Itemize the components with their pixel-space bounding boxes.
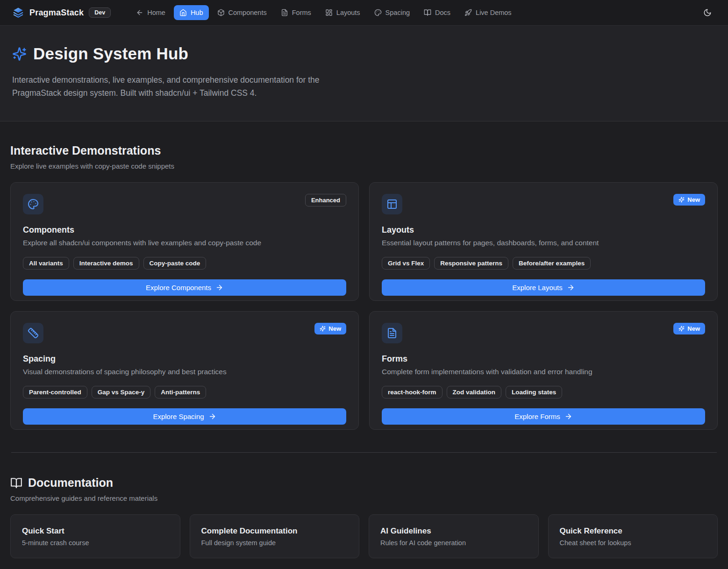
card-tags: Grid vs Flex Responsive patterns Before/… bbox=[382, 257, 705, 270]
layers-icon bbox=[12, 7, 24, 19]
demos-section: Interactive Demonstrations Explore live … bbox=[10, 121, 718, 430]
tag: Parent-controlled bbox=[23, 386, 87, 398]
arrow-right-icon bbox=[215, 284, 223, 292]
card-description: Essential layout patterns for pages, das… bbox=[382, 239, 705, 247]
doc-card-title: Quick Reference bbox=[560, 526, 707, 536]
doc-card-title: AI Guidelines bbox=[380, 526, 527, 536]
button-label: Explore Forms bbox=[514, 413, 560, 420]
tag: Gap vs Space-y bbox=[92, 386, 151, 398]
sparkles-icon bbox=[320, 326, 326, 332]
card-tags: react-hook-form Zod validation Loading s… bbox=[382, 386, 705, 398]
card-tags: Parent-controlled Gap vs Space-y Anti-pa… bbox=[23, 386, 346, 398]
layout-icon bbox=[382, 194, 402, 214]
doc-card-ai-guidelines[interactable]: AI Guidelines Rules for AI code generati… bbox=[369, 514, 539, 558]
ruler-icon bbox=[23, 323, 43, 343]
top-navbar: PragmaStack Dev Home Hub Components Form… bbox=[0, 0, 728, 26]
arrow-left-icon bbox=[136, 9, 143, 16]
demos-section-subtitle: Explore live examples with copy-paste co… bbox=[10, 162, 718, 170]
card-title: Layouts bbox=[382, 225, 705, 235]
moon-icon bbox=[703, 8, 712, 17]
nav-item-label: Hub bbox=[191, 9, 203, 16]
arrow-right-icon bbox=[567, 284, 575, 292]
tag: Interactive demos bbox=[73, 257, 139, 270]
nav-item-components[interactable]: Components bbox=[212, 5, 272, 20]
doc-card-description: Cheat sheet for lookups bbox=[560, 539, 707, 547]
doc-card-quick-start[interactable]: Quick Start 5-minute crash course bbox=[10, 514, 180, 558]
new-badge: New bbox=[673, 194, 705, 206]
nav-item-layouts[interactable]: Layouts bbox=[320, 5, 366, 20]
card-description: Explore all shadcn/ui components with li… bbox=[23, 239, 346, 247]
hero-description: Interactive demonstrations, live example… bbox=[12, 73, 358, 100]
card-title: Spacing bbox=[23, 354, 346, 364]
nav-item-live-demos[interactable]: Live Demos bbox=[459, 5, 517, 20]
tag: Zod validation bbox=[447, 386, 502, 398]
box-icon bbox=[217, 9, 225, 16]
explore-spacing-button[interactable]: Explore Spacing bbox=[23, 408, 346, 425]
demo-card-spacing: New Spacing Visual demonstrations of spa… bbox=[10, 311, 359, 430]
new-badge: New bbox=[314, 323, 346, 334]
tag: Anti-patterns bbox=[155, 386, 206, 398]
tag: Responsive patterns bbox=[434, 257, 508, 270]
dev-badge: Dev bbox=[89, 7, 111, 18]
book-open-icon bbox=[10, 477, 22, 489]
nav-menu: Home Hub Components Forms Layouts Spacin… bbox=[130, 5, 517, 20]
palette-icon bbox=[374, 9, 382, 16]
nav-item-label: Home bbox=[147, 9, 165, 16]
house-icon bbox=[179, 9, 187, 16]
card-description: Complete form implementations with valid… bbox=[382, 368, 705, 376]
doc-card-description: 5-minute crash course bbox=[22, 539, 169, 547]
tag: Loading states bbox=[506, 386, 562, 398]
docs-section: Documentation Comprehensive guides and r… bbox=[10, 453, 718, 558]
book-open-icon bbox=[424, 9, 431, 16]
arrow-right-icon bbox=[208, 413, 216, 420]
button-label: Explore Spacing bbox=[153, 413, 204, 420]
tag: Grid vs Flex bbox=[382, 257, 430, 270]
nav-item-label: Live Demos bbox=[476, 9, 512, 16]
demos-section-title: Interactive Demonstrations bbox=[10, 144, 718, 157]
explore-forms-button[interactable]: Explore Forms bbox=[382, 408, 705, 425]
theme-toggle-button[interactable] bbox=[699, 4, 716, 21]
brand-name: PragmaStack bbox=[29, 8, 84, 18]
demo-card-forms: New Forms Complete form implementations … bbox=[369, 311, 718, 430]
nav-item-label: Components bbox=[228, 9, 267, 16]
sparkles-icon bbox=[678, 197, 685, 203]
nav-item-label: Forms bbox=[292, 9, 311, 16]
tag: react-hook-form bbox=[382, 386, 443, 398]
nav-item-hub[interactable]: Hub bbox=[174, 5, 209, 20]
docs-section-title: Documentation bbox=[28, 476, 113, 490]
doc-card-complete-documentation[interactable]: Complete Documentation Full design syste… bbox=[190, 514, 360, 558]
card-tags: All variants Interactive demos Copy-past… bbox=[23, 257, 346, 270]
doc-card-title: Complete Documentation bbox=[201, 526, 348, 536]
demo-card-layouts: New Layouts Essential layout patterns fo… bbox=[369, 182, 718, 301]
demo-card-components: Enhanced Components Explore all shadcn/u… bbox=[10, 182, 359, 301]
rocket-icon bbox=[464, 9, 472, 16]
nav-item-docs[interactable]: Docs bbox=[418, 5, 456, 20]
nav-item-label: Docs bbox=[435, 9, 450, 16]
sparkles-icon bbox=[678, 326, 685, 332]
button-label: Explore Components bbox=[146, 284, 211, 292]
nav-item-forms[interactable]: Forms bbox=[275, 5, 317, 20]
nav-item-home[interactable]: Home bbox=[130, 5, 171, 20]
file-text-icon bbox=[281, 9, 288, 16]
palette-icon bbox=[23, 194, 43, 214]
file-text-icon bbox=[382, 323, 402, 343]
badge-label: New bbox=[687, 325, 700, 332]
hero-section: Design System Hub Interactive demonstrat… bbox=[0, 26, 728, 121]
button-label: Explore Layouts bbox=[512, 284, 563, 292]
doc-card-description: Rules for AI code generation bbox=[380, 539, 527, 547]
card-description: Visual demonstrations of spacing philoso… bbox=[23, 368, 346, 376]
arrow-right-icon bbox=[564, 413, 572, 420]
tag: Copy-paste code bbox=[143, 257, 207, 270]
nav-item-label: Layouts bbox=[336, 9, 360, 16]
badge-label: New bbox=[687, 196, 700, 203]
tag: All variants bbox=[23, 257, 69, 270]
nav-item-spacing[interactable]: Spacing bbox=[369, 5, 415, 20]
explore-layouts-button[interactable]: Explore Layouts bbox=[382, 279, 705, 296]
doc-card-quick-reference[interactable]: Quick Reference Cheat sheet for lookups bbox=[548, 514, 718, 558]
badge-label: New bbox=[328, 325, 341, 332]
card-title: Components bbox=[23, 225, 346, 235]
nav-item-label: Spacing bbox=[385, 9, 410, 16]
explore-components-button[interactable]: Explore Components bbox=[23, 279, 346, 296]
new-badge: New bbox=[673, 323, 705, 334]
brand[interactable]: PragmaStack Dev bbox=[12, 7, 111, 19]
